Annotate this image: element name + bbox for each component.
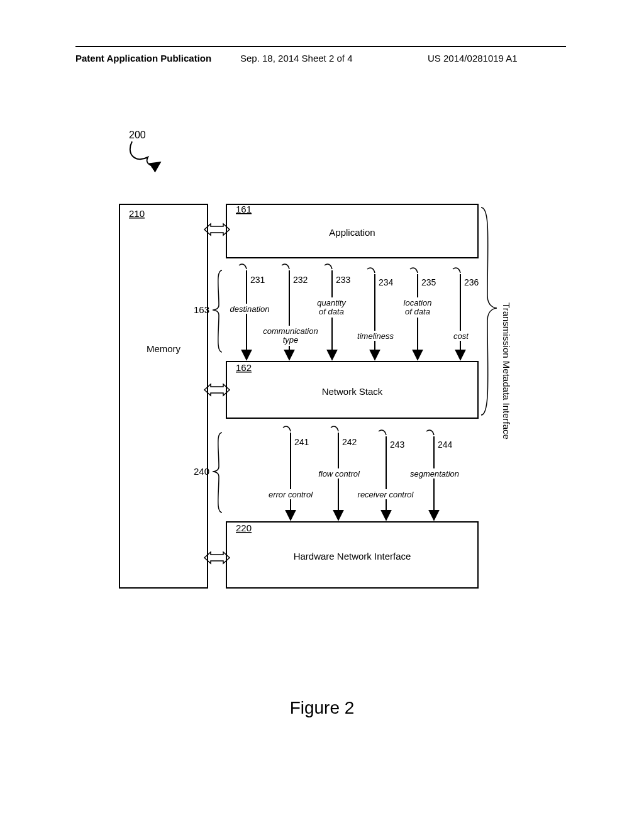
label-quantity2: of data: [319, 307, 344, 316]
label-destination: destination: [230, 304, 270, 314]
arrow-236: 236: [453, 268, 479, 360]
label-timeliness: timeliness: [357, 331, 394, 341]
header-rule: [75, 46, 566, 47]
label-commtype2: type: [283, 335, 299, 345]
application-label: Application: [329, 227, 375, 238]
label-location2: of data: [405, 307, 430, 316]
brace-240: [213, 433, 222, 512]
label-commtype1: communication: [263, 326, 318, 336]
ref-163: 163: [194, 304, 209, 315]
ref-161: 161: [236, 204, 252, 214]
ref-235: 235: [421, 277, 436, 287]
memory-block: [119, 204, 208, 588]
ref-231: 231: [250, 275, 265, 285]
ref-220: 220: [236, 523, 252, 533]
side-brace: [481, 208, 497, 415]
arrow-234: 234: [367, 268, 394, 360]
memory-label: Memory: [147, 343, 181, 354]
label-cost: cost: [453, 331, 469, 341]
network-stack-label: Network Stack: [322, 386, 383, 397]
ref-240: 240: [194, 466, 209, 477]
label-segmentation: segmentation: [410, 469, 459, 479]
ref-162: 162: [236, 362, 252, 373]
ref-242: 242: [342, 437, 357, 447]
header-left: Patent Application Publication: [75, 53, 211, 64]
arrow-243: 243: [379, 430, 405, 520]
brace-163: [213, 270, 222, 352]
ref-244: 244: [438, 440, 453, 450]
ref-234: 234: [379, 277, 394, 287]
label-quantity1: quantity: [317, 298, 347, 307]
diagram: 200 210 Memory 161 Application 162 Netwo…: [113, 119, 541, 622]
ref-232: 232: [293, 275, 308, 285]
ref-243: 243: [390, 440, 405, 450]
arrow-241: 241: [283, 426, 309, 520]
ref-210: 210: [129, 208, 145, 219]
side-label: Transmission Metadata Interface: [501, 302, 512, 440]
label-errorcontrol: error control: [269, 490, 313, 499]
header-center: Sep. 18, 2014 Sheet 2 of 4: [240, 53, 352, 64]
figure-label: Figure 2: [0, 698, 644, 718]
label-location1: location: [404, 298, 432, 307]
hardware-label: Hardware Network Interface: [294, 551, 411, 562]
label-flowcontrol: flow control: [318, 469, 360, 479]
page: Patent Application Publication Sep. 18, …: [0, 0, 644, 830]
label-receivercontrol: receiver control: [358, 490, 414, 499]
ref-233: 233: [336, 275, 351, 285]
header-right: US 2014/0281019 A1: [428, 53, 518, 64]
ref-200: 200: [129, 130, 146, 140]
ref-236: 236: [464, 277, 479, 287]
ref-241: 241: [294, 437, 309, 447]
